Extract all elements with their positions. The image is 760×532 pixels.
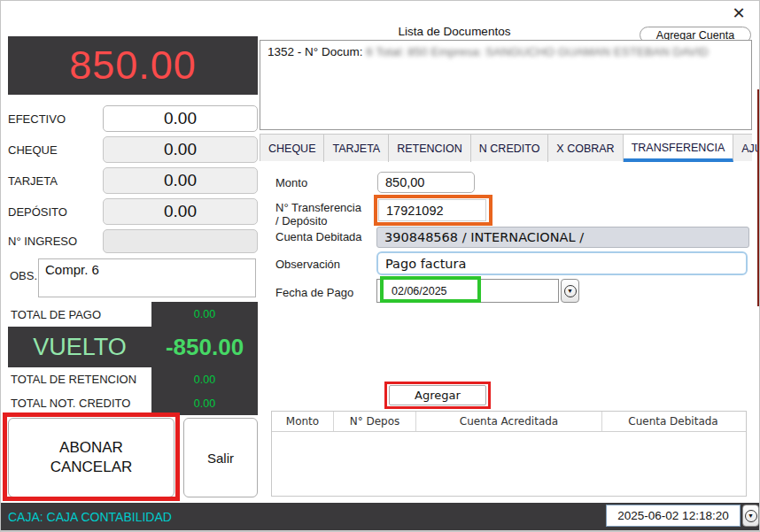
tab-tarjeta[interactable]: TARJETA <box>324 135 389 162</box>
observacion-input[interactable]: Pago factura <box>376 251 748 275</box>
payment-dialog: ✕ 850.00 EFECTIVO 0.00 CHEQUE 0.00 TARJE… <box>0 0 760 532</box>
tab-retencion[interactable]: RETENCION <box>389 135 471 162</box>
efectivo-label: EFECTIVO <box>8 112 103 126</box>
monto-input[interactable]: 850,00 <box>377 172 475 193</box>
tarjeta-label: TARJETA <box>8 174 103 188</box>
col-n-depos: N° Depos <box>334 412 416 431</box>
total-pago-row: TOTAL DE PAGO 0.00 <box>8 302 258 327</box>
obs-input[interactable]: Compr. 6 <box>38 258 256 297</box>
close-icon[interactable]: ✕ <box>727 3 750 24</box>
ingreso-row: N° INGRESO <box>8 229 258 253</box>
salir-button[interactable]: Salir <box>183 418 258 497</box>
agregar-button[interactable]: Agregar <box>389 385 486 405</box>
document-item[interactable]: 1352 - N° Docum: 6 Total: 850 Empresa: S… <box>268 45 709 58</box>
vuelto-label: VUELTO <box>8 327 151 367</box>
fecha-de-pago-input[interactable]: 02/06/2025 <box>376 279 559 303</box>
monto-label: Monto <box>275 176 307 189</box>
transferencia-input[interactable]: 17921092 <box>378 199 486 221</box>
col-monto: Monto <box>272 412 334 431</box>
total-retencion-row: TOTAL DE RETENCION 0.00 <box>8 367 258 391</box>
amount-due-value: 850.00 <box>69 42 197 89</box>
calendar-dropdown-icon: ▼ <box>564 285 577 297</box>
datetime-dropdown-icon: ▼ <box>745 510 757 522</box>
col-cuenta-acreditada: Cuenta Acreditada <box>416 412 602 431</box>
tarjeta-row: TARJETA 0.00 <box>8 167 258 194</box>
tab-x-cobrar[interactable]: X COBRAR <box>548 135 623 162</box>
document-item-redacted-text: 6 Total: 850 Empresa: SANGUCHO GUAMAN ES… <box>366 45 709 58</box>
tab-transferencia[interactable]: TRANSFERENCIA <box>624 135 734 162</box>
abonar-line2: CANCELAR <box>50 458 133 477</box>
documents-title: Lista de Documentos <box>260 25 649 38</box>
deposito-input[interactable]: 0.00 <box>103 198 258 225</box>
cheque-row: CHEQUE 0.00 <box>8 136 258 163</box>
payments-table: Monto N° Depos Cuenta Acreditada Cuenta … <box>271 411 747 497</box>
obs-label: OBS. <box>10 269 37 282</box>
cuenta-debitada-field: 390848568 / INTERNACIONAL / <box>376 227 749 248</box>
fecha-de-pago-label: Fecha de Pago <box>275 286 353 299</box>
payment-method-tabs: CHEQUE TARJETA RETENCION N CREDITO X COB… <box>260 134 752 161</box>
transferencia-label-line2: / Depósito <box>275 214 328 227</box>
total-credito-value: 0.00 <box>151 391 258 415</box>
payments-table-header: Monto N° Depos Cuenta Acreditada Cuenta … <box>272 412 746 432</box>
cheque-label: CHEQUE <box>8 143 103 157</box>
totals-panel: TOTAL DE PAGO 0.00 VUELTO -850.00 TOTAL … <box>8 302 258 415</box>
col-cuenta-debitada: Cuenta Debitada <box>602 412 744 431</box>
abonar-cancelar-button[interactable]: ABONAR CANCELAR <box>8 418 174 497</box>
document-item-prefix: 1352 - N° Docum: <box>268 45 366 58</box>
efectivo-row: EFECTIVO 0.00 <box>8 105 258 132</box>
tab-ajuste[interactable]: AJUSTE <box>733 135 760 162</box>
vuelto-value: -850.00 <box>151 327 258 367</box>
fecha-dropdown-button[interactable]: ▼ <box>561 279 579 303</box>
cheque-input[interactable]: 0.00 <box>103 136 258 163</box>
payments-table-body[interactable] <box>272 432 746 496</box>
amount-due-display: 850.00 <box>8 36 258 95</box>
deposito-label: DEPÓSITO <box>8 205 103 219</box>
transferencia-label-line1: N° Transferencia <box>275 201 361 214</box>
efectivo-input[interactable]: 0.00 <box>103 105 258 132</box>
datetime-input[interactable]: 2025-06-02 12:18:20 <box>606 505 741 527</box>
salir-label: Salir <box>207 451 234 466</box>
datetime-dropdown-button[interactable]: ▼ <box>742 505 759 527</box>
deposito-row: DEPÓSITO 0.00 <box>8 198 258 225</box>
cuenta-debitada-label: Cuenta Debitada <box>275 230 362 243</box>
total-pago-label: TOTAL DE PAGO <box>8 302 151 327</box>
observacion-label: Observación <box>275 258 340 271</box>
total-retencion-value: 0.00 <box>151 367 258 391</box>
total-retencion-label: TOTAL DE RETENCION <box>8 367 151 391</box>
ingreso-input[interactable] <box>103 229 258 253</box>
ingreso-label: N° INGRESO <box>8 235 103 248</box>
abonar-line1: ABONAR <box>59 438 123 458</box>
tab-n-credito[interactable]: N CREDITO <box>471 135 549 162</box>
total-credito-label: TOTAL NOT. CREDITO <box>8 391 151 415</box>
total-pago-value: 0.00 <box>151 302 258 327</box>
total-credito-row: TOTAL NOT. CREDITO 0.00 <box>8 391 258 415</box>
tab-cheque[interactable]: CHEQUE <box>260 135 324 162</box>
documents-list[interactable]: 1352 - N° Docum: 6 Total: 850 Empresa: S… <box>260 40 752 130</box>
tarjeta-input[interactable]: 0.00 <box>103 167 258 194</box>
caja-status-label: CAJA: CAJA CONTABILIDAD <box>1 510 172 524</box>
vuelto-row: VUELTO -850.00 <box>8 327 258 367</box>
